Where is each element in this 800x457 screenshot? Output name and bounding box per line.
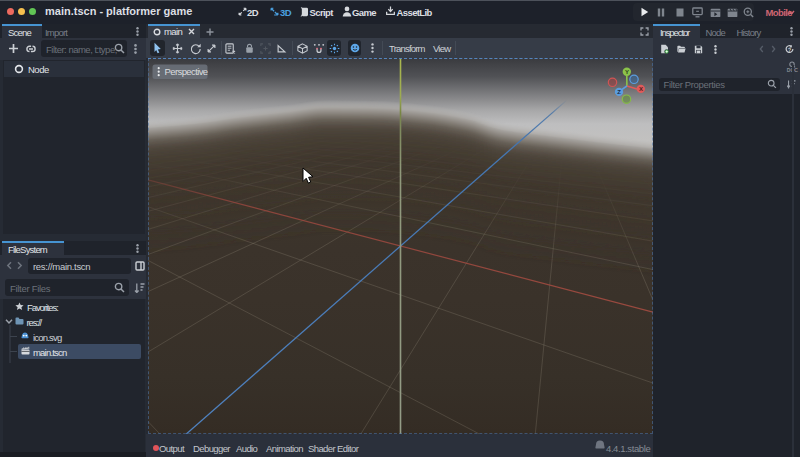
svg-text:?: ? — [788, 47, 792, 53]
